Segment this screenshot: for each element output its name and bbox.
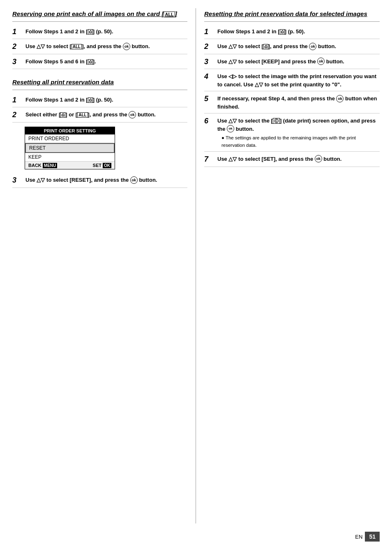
step-r-1: 1 Follow Steps 1 and 2 in [⎙] (p. 50). (204, 25, 380, 39)
dialog-row-reset: RESET (25, 143, 115, 153)
page-number: 51 (365, 532, 380, 542)
print-order-dialog: PRINT ORDER SETTING PRINT ORDERED RESET … (25, 127, 115, 169)
step-r-2: 2 Use △▽ to select [⎙], and press the ok… (204, 40, 380, 54)
step-r-4: 4 Use ◁▷ to select the image with the pr… (204, 70, 380, 91)
left-column: Reserving one print each of all images o… (12, 8, 196, 523)
section-right-title: Resetting the print reservation data for… (204, 10, 380, 18)
step-l1-2: 2 Use △▽ to select [ALL], and press the … (12, 40, 187, 54)
step-l1-3: 3 Follow Steps 5 and 6 in [⎙]. (12, 55, 187, 69)
step-l1-1: 1 Follow Steps 1 and 2 in [⎙] (p. 50). (12, 25, 187, 39)
step-r-6: 6 Use △▽ to select the [Ⓒ] (date print) … (204, 114, 380, 152)
dialog-set-button: SET OK (93, 163, 111, 168)
dialog-row-keep: KEEP (25, 153, 115, 162)
step-r-3: 3 Use △▽ to select [KEEP] and press the … (204, 55, 380, 69)
section1-title: Reserving one print each of all images o… (12, 10, 187, 18)
step-l2-3: 3 Use △▽ to select [RESET], and press th… (12, 174, 187, 188)
step-l2-2: 2 Select either [⎙] or [ALL], and press … (12, 108, 187, 123)
step6-note: The settings are applied to the remainin… (217, 134, 380, 149)
step-r-7: 7 Use △▽ to select [SET], and press the … (204, 153, 380, 167)
page-footer: EN 51 (12, 523, 380, 542)
page: Reserving one print each of all images o… (0, 0, 392, 558)
dialog-footer: BACK MENU SET OK (25, 162, 115, 169)
step-l2-1: 1 Follow Steps 1 and 2 in [⎙] (p. 50). (12, 93, 187, 108)
dialog-row-print-ordered: PRINT ORDERED (25, 134, 115, 143)
dialog-header: PRINT ORDER SETTING (25, 127, 115, 134)
step-r-5: 5 If necessary, repeat Step 4, and then … (204, 92, 380, 113)
right-column: Resetting the print reservation data for… (196, 8, 380, 523)
content-columns: Reserving one print each of all images o… (12, 8, 380, 523)
language-label: EN (355, 534, 362, 540)
dialog-back-button: BACK MENU (28, 163, 57, 168)
section2-title: Resetting all print reservation data (12, 78, 187, 86)
